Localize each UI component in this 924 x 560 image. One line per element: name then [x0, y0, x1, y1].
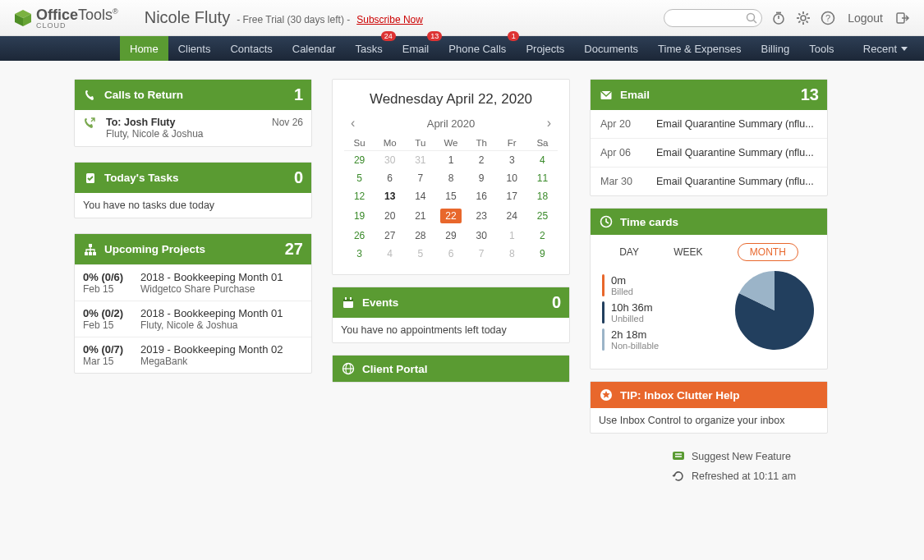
client-portal-panel[interactable]: Client Portal	[332, 355, 570, 383]
calendar-day[interactable]: 22	[435, 205, 466, 227]
email-count: 13	[801, 85, 819, 104]
help-icon[interactable]: ?	[820, 10, 836, 26]
calendar-day[interactable]: 6	[375, 169, 405, 187]
calendar-day[interactable]: 7	[467, 245, 497, 263]
calendar-day[interactable]: 23	[467, 205, 497, 227]
gear-icon[interactable]	[795, 10, 811, 26]
calendar-day[interactable]: 24	[497, 205, 527, 227]
calendar-prev-icon[interactable]: ‹	[351, 116, 355, 131]
calendar-day[interactable]: 6	[435, 245, 466, 263]
svg-rect-28	[350, 297, 352, 300]
calendar-day[interactable]: 30	[375, 151, 405, 170]
timecard-tab-month[interactable]: MONTH	[738, 243, 798, 261]
calendar-day[interactable]: 28	[405, 227, 435, 245]
clock-icon	[599, 214, 614, 229]
svg-point-3	[747, 13, 755, 21]
nav-email[interactable]: Email13	[393, 36, 439, 61]
calendar-day[interactable]: 20	[375, 205, 405, 227]
calendar-day[interactable]: 3	[497, 151, 527, 170]
calendar-day[interactable]: 29	[435, 227, 466, 245]
timecard-tab-week[interactable]: WEEK	[673, 246, 702, 258]
project-row[interactable]: 0% (0/2)2018 - Bookkeeping Month 01 Feb …	[75, 301, 311, 337]
calendar-day[interactable]: 30	[467, 227, 497, 245]
calendar-day[interactable]: 1	[497, 227, 527, 245]
svg-rect-22	[85, 252, 88, 255]
client-portal-title: Client Portal	[362, 363, 428, 375]
call-row[interactable]: To: Josh FlutyFluty, Nicole & Joshua Nov…	[75, 110, 311, 146]
subscribe-link[interactable]: Subscribe Now	[356, 14, 423, 25]
svg-text:?: ?	[825, 13, 830, 23]
calendar-day[interactable]: 16	[467, 187, 497, 205]
calendar-month-label: April 2020	[427, 117, 476, 130]
calendar-day[interactable]: 14	[405, 187, 435, 205]
email-row[interactable]: Apr 06Email Quarantine Summary (nflu...	[591, 138, 827, 167]
calendar-icon	[341, 296, 356, 310]
logout-icon[interactable]	[894, 10, 911, 26]
calendar-day[interactable]: 8	[497, 245, 527, 263]
phone-icon	[83, 88, 98, 103]
calendar-day[interactable]: 11	[527, 169, 558, 187]
nav-clients[interactable]: Clients	[168, 36, 221, 61]
timecard-legend-item: 0mBilled	[602, 274, 725, 296]
nav-phone-calls[interactable]: Phone Calls1	[439, 36, 516, 61]
calendar-day[interactable]: 4	[375, 245, 405, 263]
calendar-day[interactable]: 2	[527, 227, 558, 245]
calendar-day[interactable]: 21	[405, 205, 435, 227]
calendar-day[interactable]: 15	[435, 187, 466, 205]
suggest-feature-link[interactable]: Suggest New Feature	[672, 450, 791, 463]
calendar-day[interactable]: 5	[405, 245, 435, 263]
nav-recent[interactable]: Recent	[853, 36, 917, 61]
project-row[interactable]: 0% (0/6)2018 - Bookkeeping Month 01 Feb …	[75, 264, 311, 301]
timer-icon[interactable]	[770, 10, 787, 26]
nav-tasks[interactable]: Tasks24	[346, 36, 393, 61]
nav-billing[interactable]: Billing	[752, 36, 800, 61]
calendar-day[interactable]: 29	[344, 151, 375, 170]
svg-line-14	[807, 21, 808, 22]
nav-contacts[interactable]: Contacts	[220, 36, 282, 61]
calendar-day[interactable]: 9	[527, 245, 558, 263]
calendar-day[interactable]: 13	[375, 187, 405, 205]
project-row[interactable]: 0% (0/7)2019 - Bookkeeping Month 02 Mar …	[75, 337, 311, 373]
calendar-day[interactable]: 25	[527, 205, 558, 227]
calls-title: Calls to Return	[104, 89, 183, 101]
calendar-day[interactable]: 8	[435, 169, 466, 187]
tasks-panel: Today's Tasks 0 You have no tasks due to…	[74, 162, 312, 218]
calendar-day[interactable]: 7	[405, 169, 435, 187]
calls-count: 1	[294, 85, 303, 104]
nav-calendar[interactable]: Calendar	[283, 36, 346, 61]
star-icon	[599, 388, 614, 402]
nav-tools[interactable]: Tools	[799, 36, 844, 61]
svg-rect-24	[93, 252, 96, 255]
calls-panel: Calls to Return 1 To: Josh FlutyFluty, N…	[74, 79, 312, 147]
calendar-next-icon[interactable]: ›	[547, 116, 551, 131]
calendar-day[interactable]: 4	[527, 151, 558, 170]
calendar-day[interactable]: 17	[497, 187, 527, 205]
calendar-day[interactable]: 27	[375, 227, 405, 245]
calendar-day[interactable]: 19	[344, 205, 375, 227]
calendar-day[interactable]: 26	[344, 227, 375, 245]
logout-link[interactable]: Logout	[848, 11, 883, 25]
nav-time-expenses[interactable]: Time & Expenses	[648, 36, 751, 61]
timecard-legend-item: 2h 18mNon-billable	[602, 328, 725, 351]
timecard-tab-day[interactable]: DAY	[619, 246, 639, 258]
nav-documents[interactable]: Documents	[574, 36, 648, 61]
projects-panel: Upcoming Projects 27 0% (0/6)2018 - Book…	[74, 233, 312, 374]
nav-projects[interactable]: Projects	[516, 36, 574, 61]
calendar-day[interactable]: 31	[405, 151, 435, 170]
svg-rect-23	[89, 252, 92, 255]
phone-callout-icon	[83, 117, 101, 140]
calendar-day[interactable]: 5	[344, 169, 375, 187]
logo-cube-icon	[13, 8, 33, 28]
nav-home[interactable]: Home	[120, 36, 168, 61]
email-row[interactable]: Mar 30Email Quarantine Summary (nflu...	[591, 167, 827, 195]
email-row[interactable]: Apr 20Email Quarantine Summary (nflu...	[591, 110, 827, 138]
refresh-status[interactable]: Refreshed at 10:11 am	[672, 470, 796, 483]
calendar-day[interactable]: 12	[344, 187, 375, 205]
calendar-day[interactable]: 10	[497, 169, 527, 187]
calendar-day[interactable]: 3	[344, 245, 375, 263]
calendar-day[interactable]: 9	[467, 169, 497, 187]
calendar-day[interactable]: 2	[467, 151, 497, 170]
calendar-day[interactable]: 18	[527, 187, 558, 205]
svg-rect-26	[343, 299, 353, 301]
calendar-day[interactable]: 1	[435, 151, 466, 170]
